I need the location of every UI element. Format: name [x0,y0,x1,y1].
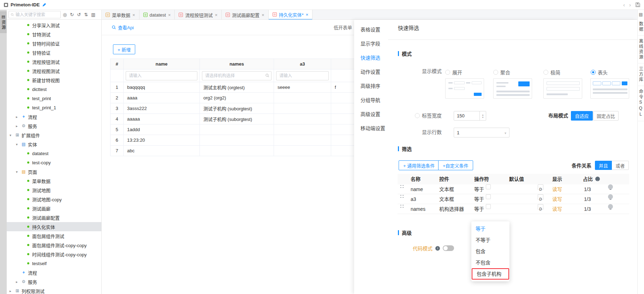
menu-item-advanced-settings[interactable]: 高级设置 [354,107,388,121]
collapsed-arrow-icon[interactable] [16,115,21,119]
tree-item[interactable]: test-copy [7,158,101,167]
table-row[interactable]: 1baqqqqq测试主机构 (orgtest)seeeef [111,82,384,93]
tree-item[interactable]: 流程按钮测试 [7,57,101,66]
close-tab-icon[interactable] [306,12,309,17]
save-icon[interactable] [635,2,640,7]
tree-search[interactable] [8,11,61,18]
operator-option-not-equals[interactable]: 不等于 [471,234,509,246]
tree-item[interactable]: 流程视图测试 [7,66,101,75]
info-icon[interactable] [595,177,600,181]
reset-icon[interactable] [77,12,81,17]
display-mode-link[interactable]: 读写 [552,184,562,194]
manual-icon[interactable] [91,12,95,17]
tree-item[interactable]: dicttest [7,85,101,94]
tree-item[interactable]: 面包屑组件测试-copy-copy [7,240,101,250]
label-width-stepper[interactable] [454,111,486,121]
name-filter-input[interactable] [126,71,197,80]
editor-tab-active[interactable]: 持久化实体* [269,10,313,19]
tree-item[interactable]: 测试画廊配置 [7,213,101,222]
tree-item[interactable]: 甘特时间验证 [7,39,101,48]
mode-thumb-aggregate[interactable] [493,78,532,99]
rail-tab-data[interactable]: 数据 [638,18,644,36]
info-icon[interactable] [435,246,440,251]
tree-branch-column-permission[interactable]: 列权限测试 [7,286,101,294]
editor-tab[interactable]: 流程按钮测试 [175,10,222,19]
remove-filter-icon[interactable] [608,194,613,199]
label-width-radio-icon[interactable] [415,113,420,118]
table-row[interactable]: 2aaaaorg2 (org2) [111,93,384,103]
tree-item[interactable]: test_print_1 [7,103,101,112]
tree-branch-service[interactable]: 服务 [7,121,101,130]
default-value-badge[interactable]: D [538,194,543,200]
tree-branch-flow[interactable]: 流程 [7,112,101,121]
table-row[interactable]: 51addd [111,124,384,135]
collapsed-arrow-icon[interactable] [16,124,21,128]
expanded-arrow-icon[interactable] [16,142,21,146]
tree-branch-entity[interactable]: 实体 [7,140,101,149]
column-header[interactable]: a3 [274,59,331,69]
table-row[interactable]: 613:23:20 [111,135,384,146]
step-up-icon[interactable] [482,114,484,116]
menu-item-group-nav[interactable]: 分组导航 [354,93,388,107]
drag-handle-icon[interactable] [400,194,404,199]
operator-select[interactable]: 等于 [474,204,484,214]
display-mode-link[interactable]: 读写 [552,194,562,204]
tree-branch-extension[interactable]: 扩展组件 [7,130,101,140]
tree-branch-flow[interactable]: 流程 [7,268,101,277]
view-api-link[interactable]: 查看Api [112,24,134,31]
tree-item-selected[interactable]: 持久化实体 [7,222,101,231]
code-mode-toggle[interactable] [443,245,454,251]
history-back-icon[interactable] [623,2,625,8]
table-row[interactable]: 33asss222测试子机构 (suborgtest) [111,103,384,114]
collapse-all-icon[interactable] [84,12,88,17]
editor-tab[interactable]: 测试画廊配置 [222,10,269,19]
table-row[interactable]: 7abc [111,146,384,156]
operator-option-include-sub-org-highlighted[interactable]: 包含子机构 [472,268,509,280]
column-header[interactable]: name [124,59,200,69]
edit-title-icon[interactable] [42,2,47,7]
remove-filter-icon[interactable] [608,184,613,189]
label-width-input[interactable] [454,111,479,120]
tree-item[interactable]: 测试地图 [7,185,101,195]
operator-option-contains[interactable]: 包含 [471,246,509,257]
operator-select[interactable]: 等于 [474,184,484,194]
default-value-badge[interactable]: D [538,184,543,190]
relation-or-button[interactable]: 或者 [612,161,629,170]
tree-search-input[interactable] [16,12,59,17]
tree-item[interactable]: 面包屑组件测试 [7,231,101,240]
menu-item-actions[interactable]: 动作设置 [354,65,388,79]
operator-select[interactable]: 等于 [474,194,484,204]
a3-filter-input[interactable] [276,71,329,80]
display-mode-link[interactable]: 读写 [552,204,562,214]
checkbox-icon[interactable] [486,194,491,199]
operator-option-not-contains[interactable]: 不包含 [471,257,509,268]
expanded-arrow-icon[interactable] [16,170,21,174]
menu-item-advanced-sort[interactable]: 高级排序 [354,79,388,93]
tree-item[interactable]: test_print [7,94,101,103]
tree-item[interactable]: 甘特验证 [7,48,101,57]
tree-item[interactable]: 时间线组件测试-copy-copy [7,250,101,259]
radio-icon[interactable] [543,70,548,75]
mode-option-minimal[interactable]: 极简 [543,69,560,76]
tree-item[interactable]: 菜单数据 [7,176,101,185]
tree-item[interactable]: 分享深入测试 [7,20,101,30]
tree-item[interactable]: testself [7,259,101,268]
locate-file-icon[interactable] [63,12,67,17]
editor-tab[interactable]: 菜单数据 [102,10,139,19]
mode-thumb-expand[interactable] [445,78,484,99]
panel-dock-icon[interactable] [639,12,643,17]
editor-tab[interactable]: datatest [139,10,175,19]
column-header[interactable]: names [200,59,274,69]
refresh-icon[interactable] [70,12,74,17]
radio-selected-icon[interactable] [591,70,596,75]
menu-item-quick-filter[interactable]: 快速筛选 [354,51,388,65]
org-search-icon[interactable] [265,73,269,78]
rail-tab-command-sql[interactable]: 命令SQL [638,86,644,121]
close-tab-icon[interactable] [168,12,171,18]
relation-and-button[interactable]: 并且 [595,161,612,170]
mode-option-header[interactable]: 表头 [591,69,608,76]
close-tab-icon[interactable] [262,12,264,18]
history-forward-icon[interactable] [629,2,631,8]
rail-tab-resources[interactable]: 资源 [0,11,7,33]
close-tab-icon[interactable] [132,12,135,18]
